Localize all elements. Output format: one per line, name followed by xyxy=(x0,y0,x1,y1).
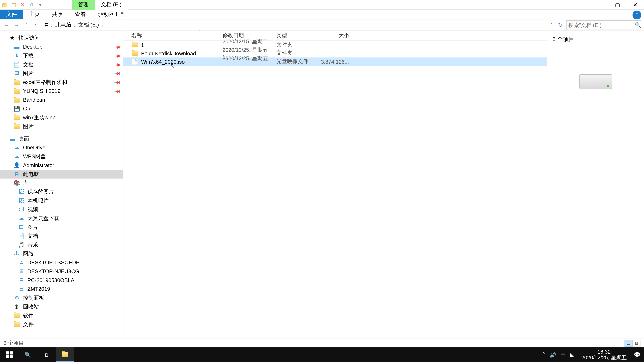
nav-quick-item[interactable]: ⬇下载📌 xyxy=(0,51,123,60)
task-view-button[interactable]: ⧉ xyxy=(37,348,56,362)
start-button[interactable] xyxy=(0,348,18,362)
crumb-location[interactable]: 文档 (E:) xyxy=(78,21,100,29)
pin-icon: 📌 xyxy=(114,70,121,77)
nav-network[interactable]: 🖧网络 xyxy=(0,249,123,258)
nav-libraries[interactable]: 📚库 xyxy=(0,178,123,187)
qat-properties-icon[interactable]: ▢ xyxy=(10,1,17,8)
up-button[interactable]: ↑ xyxy=(32,22,40,28)
close-button[interactable]: ✕ xyxy=(626,1,644,8)
nav-desktop[interactable]: ▬桌面 xyxy=(0,134,123,143)
back-button[interactable]: ← xyxy=(3,22,10,28)
search-icon[interactable]: 🔍 xyxy=(635,22,642,28)
library-icon: 📚 xyxy=(13,180,20,186)
nav-lib-item[interactable]: 🖼图片 xyxy=(0,223,123,232)
help-button[interactable]: ? xyxy=(632,10,641,19)
clock[interactable]: 16:32 2020/12/25, 星期五 xyxy=(578,349,630,361)
chevron-right-icon[interactable]: › xyxy=(51,22,53,28)
maximize-button[interactable]: ▢ xyxy=(608,1,626,8)
ribbon-tab-home[interactable]: 主页 xyxy=(23,10,46,19)
minimize-button[interactable]: ─ xyxy=(591,1,608,8)
file-list[interactable]: 名称˄ 修改日期 类型 大小 1 2020/12/15, 星期二 1... 文件… xyxy=(123,31,547,340)
contextual-tab-manage[interactable]: 管理 xyxy=(72,0,94,9)
ribbon-tabs: 文件 主页 共享 查看 驱动器工具 ˅ ? xyxy=(0,10,644,19)
nav-quick-access[interactable]: ★快速访问 xyxy=(0,33,123,42)
file-row[interactable]: BaiduNetdiskDownload 2020/12/25, 星期五 1..… xyxy=(124,49,547,57)
nav-quick-item[interactable]: Bandicam xyxy=(0,95,123,104)
details-pane: 3 个项目 xyxy=(547,31,644,340)
recent-dropdown-icon[interactable]: ˅ xyxy=(22,22,30,28)
action-center-icon[interactable]: 💬 xyxy=(634,352,640,358)
ribbon-tab-share[interactable]: 共享 xyxy=(46,10,69,19)
nav-quick-item[interactable]: 🖼图片📌 xyxy=(0,69,123,78)
column-size[interactable]: 大小 xyxy=(321,32,349,39)
pc-icon: 🖥 xyxy=(18,277,25,283)
nav-quick-item[interactable]: 图片 xyxy=(0,122,123,131)
nav-onedrive[interactable]: ☁OneDrive xyxy=(0,143,123,152)
taskbar-explorer-button[interactable] xyxy=(56,348,74,362)
nav-folder[interactable]: 文件 xyxy=(0,320,123,329)
view-details-button[interactable]: ☰ xyxy=(624,340,632,347)
ime-indicator[interactable]: 中 xyxy=(560,351,566,359)
nav-net-item[interactable]: 🖥ZMT2019 xyxy=(0,285,123,294)
ribbon-collapse-icon[interactable]: ˅ xyxy=(620,10,630,19)
nav-quick-item[interactable]: excel表格制作求和📌 xyxy=(0,78,123,87)
file-name: BaiduNetdiskDownload xyxy=(141,50,196,56)
nav-net-item[interactable]: 🖥DESKTOP-LSSOEDP xyxy=(0,258,123,267)
crumb-this-pc[interactable]: 此电脑 xyxy=(54,21,72,29)
breadcrumb[interactable]: 🖥 › 此电脑 › 文档 (E:) › xyxy=(42,20,547,30)
file-name: Win7x64_2020.iso xyxy=(141,58,185,65)
nav-this-pc[interactable]: 🖥此电脑 xyxy=(0,170,123,179)
tray-app-icon[interactable]: ◣ xyxy=(570,352,574,358)
volume-icon[interactable]: 🔊 xyxy=(550,352,556,358)
nav-net-item[interactable]: 🖥PC-20190530OBLA xyxy=(0,276,123,285)
ribbon-tab-file[interactable]: 文件 xyxy=(0,10,23,19)
nav-lib-item[interactable]: 🎞视频 xyxy=(0,205,123,214)
pictures-icon: 🖼 xyxy=(18,198,25,204)
folder-icon xyxy=(13,313,20,319)
video-icon: 🎞 xyxy=(18,206,25,213)
file-type: 光盘映像文件 xyxy=(276,58,321,65)
file-row[interactable]: Win7x64_2020.iso 2020/12/25, 星期五 1... 光盘… xyxy=(124,57,547,66)
nav-lib-item[interactable]: 🎵音乐 xyxy=(0,241,123,249)
documents-icon: 📄 xyxy=(13,61,20,68)
nav-recycle-bin[interactable]: 🗑回收站 xyxy=(0,302,123,311)
nav-lib-item[interactable]: 📄文档 xyxy=(0,232,123,241)
file-type: 文件夹 xyxy=(276,49,321,57)
nav-quick-item[interactable]: ▬Desktop📌 xyxy=(0,42,123,51)
pictures-icon: 🖼 xyxy=(13,70,20,76)
folder-icon xyxy=(131,42,138,48)
nav-folder[interactable]: 软件 xyxy=(0,311,123,320)
nav-control-panel[interactable]: ⚙控制面板 xyxy=(0,294,123,302)
nav-quick-item[interactable]: 💾G:\ xyxy=(0,104,123,113)
ribbon-tab-drive-tools[interactable]: 驱动器工具 xyxy=(92,10,131,19)
nav-user[interactable]: 👤Administrator xyxy=(0,161,123,170)
nav-lib-item[interactable]: ☁天翼云盘下载 xyxy=(0,214,123,223)
status-bar: 3 个项目 ☰ ▦ xyxy=(0,339,644,348)
search-input[interactable] xyxy=(568,22,635,28)
taskbar-search-button[interactable]: 🔍 xyxy=(18,348,37,362)
nav-quick-item[interactable]: win7重装win7 xyxy=(0,113,123,122)
column-type[interactable]: 类型 xyxy=(276,32,321,39)
pictures-icon: 🖼 xyxy=(18,224,25,230)
chevron-right-icon[interactable]: › xyxy=(102,22,104,28)
nav-quick-item[interactable]: YUNQISHI2019📌 xyxy=(0,87,123,95)
address-dropdown-icon[interactable]: ˅ xyxy=(548,22,554,28)
navigation-pane[interactable]: ★快速访问 ▬Desktop📌 ⬇下载📌 📄文档📌 🖼图片📌 excel表格制作… xyxy=(0,31,123,340)
nav-quick-item[interactable]: 📄文档📌 xyxy=(0,60,123,69)
column-name[interactable]: 名称˄ xyxy=(131,32,222,39)
refresh-button[interactable]: ↻ xyxy=(556,22,564,28)
ribbon-tab-view[interactable]: 查看 xyxy=(69,10,92,19)
folder-icon xyxy=(13,97,20,103)
qat-dropdown-icon[interactable]: ▾ xyxy=(37,1,44,8)
tray-overflow-icon[interactable]: ˄ xyxy=(542,352,545,358)
file-row[interactable]: 1 2020/12/15, 星期二 1... 文件夹 xyxy=(124,41,547,49)
nav-wps[interactable]: ☁WPS网盘 xyxy=(0,152,123,161)
search-box[interactable]: 🔍 xyxy=(566,20,641,30)
nav-lib-item[interactable]: 🖼本机照片 xyxy=(0,196,123,205)
qat-close-icon[interactable]: ✕ xyxy=(20,1,26,8)
chevron-right-icon[interactable]: › xyxy=(74,22,76,28)
nav-net-item[interactable]: 🖥DESKTOP-NJEU3CG xyxy=(0,267,123,276)
nav-lib-item[interactable]: 🖼保存的图片 xyxy=(0,187,123,196)
qat-new-icon[interactable]: ⎙ xyxy=(28,1,34,8)
view-icons-button[interactable]: ▦ xyxy=(632,340,640,347)
